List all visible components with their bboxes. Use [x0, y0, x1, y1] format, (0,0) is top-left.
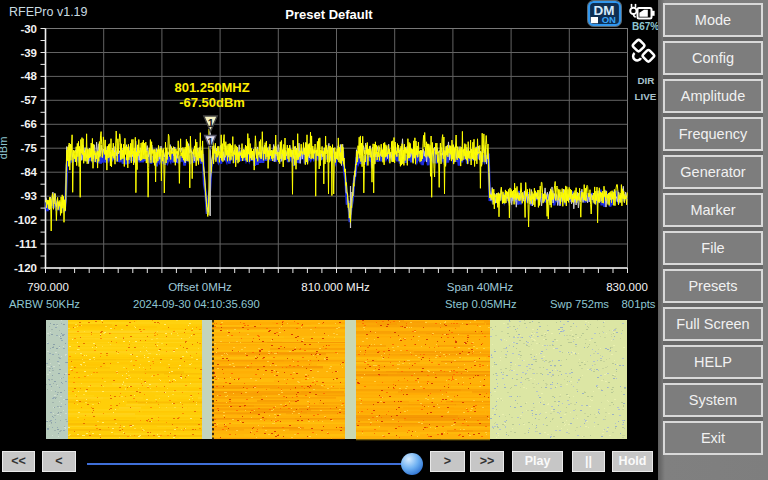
svg-text:ON: ON	[602, 14, 616, 25]
svg-text:-111: -111	[15, 238, 37, 250]
svg-text:-84: -84	[20, 166, 37, 178]
svg-text:790.000: 790.000	[27, 281, 69, 293]
svg-text:1: 1	[207, 137, 213, 148]
svg-text:-102: -102	[14, 214, 37, 226]
svg-text:ARBW 50KHz: ARBW 50KHz	[9, 298, 80, 310]
svg-text:Offset 0MHz: Offset 0MHz	[168, 281, 232, 293]
svg-text:2024-09-30 04:10:35.690: 2024-09-30 04:10:35.690	[133, 298, 260, 310]
svg-text:B67%: B67%	[632, 21, 659, 32]
svg-text:801.250MHZ: 801.250MHZ	[174, 80, 249, 95]
svg-text:Span 40MHz: Span 40MHz	[447, 281, 514, 293]
svg-text:1: 1	[208, 117, 214, 129]
svg-text:LIVE: LIVE	[635, 91, 657, 102]
svg-text:Swp 752ms 801pts: Swp 752ms 801pts	[550, 298, 656, 310]
svg-text:-75: -75	[20, 142, 37, 154]
svg-text:-39: -39	[20, 47, 37, 59]
svg-text:DIR: DIR	[638, 75, 655, 86]
svg-text:830.000: 830.000	[606, 281, 648, 293]
svg-text:-30: -30	[20, 23, 37, 35]
svg-text:810.000 MHz: 810.000 MHz	[301, 281, 370, 293]
svg-text:-66: -66	[20, 118, 37, 130]
svg-text:-93: -93	[20, 190, 37, 202]
svg-text:-48: -48	[20, 70, 37, 82]
svg-text:-57: -57	[20, 94, 37, 106]
svg-text:dBm: dBm	[0, 137, 9, 160]
svg-text:Step 0.05MHz: Step 0.05MHz	[445, 298, 517, 310]
svg-text:-67.50dBm: -67.50dBm	[179, 95, 245, 110]
svg-text:-120: -120	[14, 262, 37, 274]
